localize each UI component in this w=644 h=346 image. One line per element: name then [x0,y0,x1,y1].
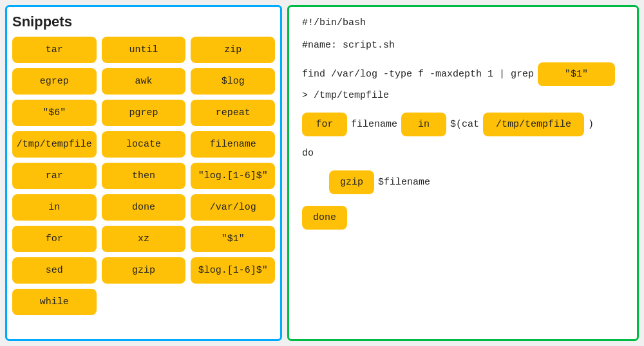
snippets-grid: tar until zip egrep awk $log "$6" pgrep … [12,37,275,315]
do-text: do [302,148,314,159]
snippets-panel: Snippets tar until zip egrep awk $log "$… [5,5,282,341]
snippet-dollar1[interactable]: "$1" [191,226,275,252]
editor-line-name: #name: script.sh [302,40,624,51]
snippet-varlog[interactable]: /var/log [191,194,275,221]
inline-done-btn[interactable]: done [302,206,347,230]
snippet-repeat[interactable]: repeat [191,100,275,126]
redirect-text: > /tmp/tempfile [302,90,389,101]
snippet-awk[interactable]: awk [102,68,186,95]
snippet-in[interactable]: in [12,194,97,221]
snippets-title: Snippets [12,14,275,30]
snippet-dollar6[interactable]: "$6" [12,100,97,126]
editor-line-shebang: #!/bin/bash [302,17,624,28]
snippet-while[interactable]: while [12,289,97,315]
snippet-until[interactable]: until [102,37,186,63]
snippet-done[interactable]: done [102,194,186,221]
snippet-log-range[interactable]: "log.[1-6]$" [191,163,275,189]
inline-in-btn[interactable]: in [401,113,446,136]
snippet-gzip[interactable]: gzip [102,257,186,284]
shebang-text: #!/bin/bash [302,17,366,28]
snippet-pgrep[interactable]: pgrep [102,100,186,126]
snippet-rar[interactable]: rar [12,163,97,189]
snippet-xz[interactable]: xz [102,226,186,252]
snippet-tar[interactable]: tar [12,37,97,63]
paren-close-text: ) [588,119,594,130]
inline-tmpfile-btn[interactable]: /tmp/tempfile [483,113,584,136]
snippet-zip[interactable]: zip [191,37,275,63]
snippet-locate[interactable]: locate [102,131,186,158]
gzip-indent [302,177,325,188]
editor-line-find: find /var/log -type f -maxdepth 1 | grep… [302,62,624,101]
for-filename-text: filename [351,119,397,130]
gzip-filename-text: $filename [378,177,430,188]
inline-gzip-btn[interactable]: gzip [329,170,374,194]
snippet-sed[interactable]: sed [12,257,97,284]
editor-line-done: done [302,206,624,230]
editor-line-for: for filename in $(cat /tmp/tempfile ) [302,113,624,136]
snippet-log-range2[interactable]: $log.[1-6]$" [191,257,275,284]
cat-text: $(cat [450,119,479,130]
snippet-filename[interactable]: filename [191,131,275,158]
snippet-for[interactable]: for [12,226,97,252]
find-text: find /var/log -type f -maxdepth 1 | grep [302,69,534,80]
editor-line-gzip: gzip $filename [302,170,624,194]
snippet-log[interactable]: $log [191,68,275,95]
name-text: #name: script.sh [302,40,395,51]
snippet-then[interactable]: then [102,163,186,189]
inline-for-btn[interactable]: for [302,113,347,136]
snippet-tmpfile[interactable]: /tmp/tempfile [12,131,97,158]
editor-panel: #!/bin/bash #name: script.sh find /var/l… [287,5,639,341]
inline-dollar1-btn[interactable]: "$1" [538,62,615,86]
editor-line-do: do [302,148,624,159]
snippet-egrep[interactable]: egrep [12,68,97,95]
